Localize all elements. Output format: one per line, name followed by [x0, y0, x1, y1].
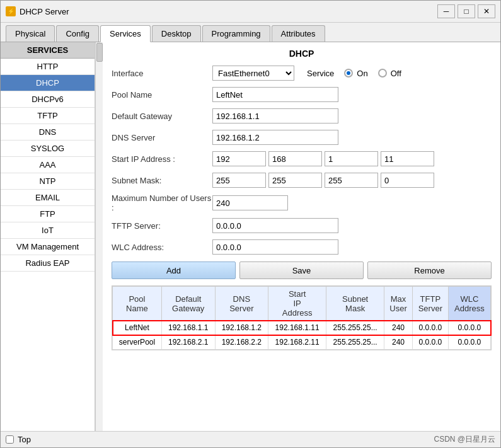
service-on-label: On: [357, 69, 367, 78]
wlc-address-label: WLC Address:: [112, 243, 212, 252]
cell-dns: 192.168.1.2: [215, 321, 268, 335]
start-ip-3[interactable]: [325, 151, 378, 166]
tftp-server-input[interactable]: [212, 218, 338, 233]
panel-title: DHCP: [112, 49, 492, 59]
title-bar: ⚡ DHCP Server ─ □ ✕: [1, 1, 500, 23]
cell-wlc: 0.0.0.0: [448, 335, 490, 350]
top-checkbox-row: Top: [6, 435, 31, 444]
sidebar-item-dhcpv6[interactable]: DHCPv6: [1, 91, 95, 108]
max-users-input[interactable]: [212, 195, 288, 210]
cell-max: 240: [384, 321, 413, 335]
sidebar-item-syslog[interactable]: SYSLOG: [1, 141, 95, 157]
interface-label: Interface: [112, 69, 212, 78]
remove-button[interactable]: Remove: [367, 261, 492, 279]
title-bar-controls: ─ □ ✕: [437, 4, 495, 18]
interface-row: Interface FastEthernet0 Service On Of: [112, 65, 492, 81]
subnet-2[interactable]: [268, 173, 322, 188]
sidebar-item-email[interactable]: EMAIL: [1, 190, 95, 206]
pool-name-input[interactable]: [212, 87, 338, 102]
tab-programming[interactable]: Programming: [202, 25, 270, 42]
subnet-3[interactable]: [325, 173, 378, 188]
start-ip-4[interactable]: [381, 151, 434, 166]
sidebar-item-vm-management[interactable]: VM Management: [1, 239, 95, 255]
right-panel: DHCP Interface FastEthernet0 Service On: [103, 42, 500, 431]
tftp-server-label: TFTP Server:: [112, 221, 212, 231]
radio-off-dot[interactable]: [378, 69, 387, 78]
sidebar-item-iot[interactable]: IoT: [1, 222, 95, 239]
sidebar-scrollbar[interactable]: [95, 42, 103, 431]
table-row[interactable]: serverPool 192.168.2.1 192.168.2.2 192.1…: [113, 335, 491, 350]
subnet-4[interactable]: [381, 173, 434, 188]
default-gateway-input[interactable]: [212, 108, 338, 123]
cell-subnet: 255.255.25...: [326, 335, 384, 350]
service-off-group[interactable]: Off: [378, 69, 401, 78]
minimize-button[interactable]: ─: [437, 4, 455, 18]
col-header-subnet-mask: SubnetMask: [326, 287, 384, 321]
tab-config[interactable]: Config: [56, 25, 99, 42]
subnet-mask-label: Subnet Mask:: [112, 176, 212, 185]
pool-name-label: Pool Name: [112, 90, 212, 100]
subnet-1[interactable]: [212, 173, 266, 188]
cell-wlc: 0.0.0.0: [448, 321, 490, 335]
default-gateway-row: Default Gateway: [112, 108, 492, 124]
add-button[interactable]: Add: [112, 261, 236, 279]
cell-max: 240: [384, 335, 413, 350]
top-checkbox[interactable]: [6, 435, 14, 444]
cell-dns: 192.168.2.2: [215, 335, 268, 350]
radio-on-dot[interactable]: [344, 69, 353, 78]
tab-bar: Physical Config Services Desktop Program…: [1, 23, 500, 42]
sidebar-item-dns[interactable]: DNS: [1, 124, 95, 141]
dns-server-input[interactable]: [212, 130, 338, 145]
start-ip-1[interactable]: [212, 151, 266, 166]
close-button[interactable]: ✕: [478, 4, 495, 18]
cell-tftp: 0.0.0.0: [412, 321, 448, 335]
maximize-button[interactable]: □: [458, 4, 475, 18]
sidebar-item-ntp[interactable]: NTP: [1, 173, 95, 190]
cell-subnet: 255.255.25...: [326, 321, 384, 335]
tab-services[interactable]: Services: [100, 25, 151, 42]
table-row[interactable]: LeftNet 192.168.1.1 192.168.1.2 192.168.…: [113, 321, 491, 335]
subnet-inputs: [212, 173, 434, 188]
cell-start-ip: 192.168.1.11: [268, 321, 326, 335]
tab-attributes[interactable]: Attributes: [272, 25, 325, 42]
tab-physical[interactable]: Physical: [6, 25, 55, 42]
col-header-pool-name: PoolName: [113, 287, 162, 321]
cell-start-ip: 192.168.2.11: [268, 335, 326, 350]
sidebar-item-radius-eap[interactable]: Radius EAP: [1, 255, 95, 272]
sidebar-item-ftp[interactable]: FTP: [1, 206, 95, 222]
cell-gateway: 192.168.2.1: [161, 335, 215, 350]
cell-pool-name: LeftNet: [113, 321, 162, 335]
interface-select[interactable]: FastEthernet0: [212, 66, 294, 81]
dns-server-row: DNS Server: [112, 129, 492, 146]
interface-controls: FastEthernet0 Service On Off: [212, 66, 401, 81]
dns-server-label: DNS Server: [112, 133, 212, 142]
bottom-bar: Top CSDN @日星月云: [1, 431, 500, 447]
col-header-wlc-address: WLCAddress: [448, 287, 490, 321]
service-label: Service: [307, 69, 334, 78]
scroll-thumb[interactable]: [96, 43, 103, 62]
cell-gateway: 192.168.1.1: [161, 321, 215, 335]
sidebar-item-http[interactable]: HTTP: [1, 59, 95, 75]
sidebar-item-aaa[interactable]: AAA: [1, 157, 95, 173]
start-ip-inputs: [212, 151, 434, 166]
col-header-max-user: MaxUser: [384, 287, 413, 321]
service-on-group[interactable]: On: [344, 69, 367, 78]
sidebar-item-tftp[interactable]: TFTP: [1, 108, 95, 124]
start-ip-row: Start IP Address :: [112, 151, 492, 167]
main-window: ⚡ DHCP Server ─ □ ✕ Physical Config Serv…: [0, 0, 501, 448]
wlc-address-input[interactable]: [212, 239, 338, 255]
save-button[interactable]: Save: [239, 261, 364, 279]
max-users-label: Maximum Number of Users :: [112, 193, 212, 212]
watermark: CSDN @日星月云: [434, 434, 495, 445]
start-ip-2[interactable]: [268, 151, 322, 166]
max-users-row: Maximum Number of Users :: [112, 193, 492, 212]
sidebar-wrapper: SERVICES HTTP DHCP DHCPv6 TFTP DNS SYSLO…: [1, 42, 103, 431]
table-header-row: PoolName DefaultGateway DNSServer StartI…: [113, 287, 491, 321]
pool-table-container: PoolName DefaultGateway DNSServer StartI…: [112, 285, 492, 350]
sidebar-title: SERVICES: [1, 42, 95, 59]
app-icon: ⚡: [6, 6, 16, 16]
sidebar: SERVICES HTTP DHCP DHCPv6 TFTP DNS SYSLO…: [1, 42, 95, 431]
tab-desktop[interactable]: Desktop: [152, 25, 201, 42]
pool-table: PoolName DefaultGateway DNSServer StartI…: [112, 286, 491, 350]
sidebar-item-dhcp[interactable]: DHCP: [1, 75, 95, 91]
